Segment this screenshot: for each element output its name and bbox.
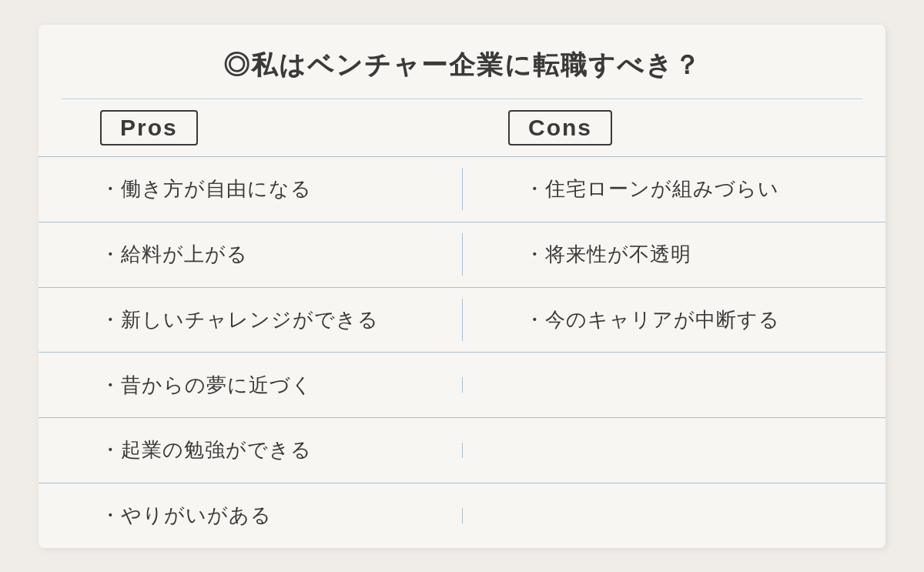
pros-label: Pros [100, 110, 198, 146]
cons-cell: ・今のキャリアが中断する [462, 299, 886, 341]
title-section: ◎私はベンチャー企業に転職すべき？ [38, 25, 886, 99]
table-row: ・給料が上がる・将来性が不透明 [38, 222, 886, 288]
cons-cell [462, 443, 886, 458]
pros-cell: ・やりがいがある [38, 494, 462, 537]
cons-cell: ・将来性が不透明 [462, 233, 886, 276]
table-row: ・働き方が自由になる・住宅ローンが組みづらい [38, 157, 886, 222]
cons-cell: ・住宅ローンが組みづらい [462, 168, 886, 210]
pros-header-col: Pros [85, 110, 462, 146]
cons-cell [462, 377, 886, 393]
page-title: ◎私はベンチャー企業に転職すべき？ [85, 48, 839, 83]
title-divider [62, 99, 862, 100]
table-row: ・起業の勉強ができる [38, 418, 886, 483]
pros-cell: ・新しいチャレンジができる [38, 299, 462, 341]
cons-label: Cons [508, 110, 612, 146]
header-row: Pros Cons [38, 99, 886, 157]
cons-header-col: Cons [462, 110, 839, 146]
cons-cell [462, 508, 886, 523]
pros-cell: ・昔からの夢に近づく [38, 364, 462, 406]
pros-cell: ・働き方が自由になる [38, 168, 462, 210]
pros-cell: ・給料が上がる [38, 233, 462, 276]
pros-cell: ・起業の勉強ができる [38, 429, 462, 471]
table-row: ・やりがいがある [38, 483, 886, 548]
table-row: ・昔からの夢に近づく [38, 353, 886, 418]
main-card: ◎私はベンチャー企業に転職すべき？ Pros Cons ・働き方が自由になる・住… [38, 25, 886, 548]
content-area: ・働き方が自由になる・住宅ローンが組みづらい・給料が上がる・将来性が不透明・新し… [38, 157, 886, 548]
table-row: ・新しいチャレンジができる・今のキャリアが中断する [38, 288, 886, 353]
